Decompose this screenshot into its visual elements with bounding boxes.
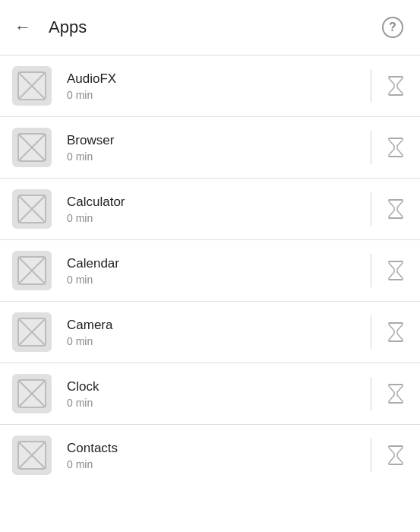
app-time: 0 min bbox=[67, 274, 358, 286]
list-item[interactable]: Browser 0 min bbox=[0, 117, 420, 178]
app-name: Browser bbox=[67, 132, 358, 149]
app-list: AudioFX 0 min Browser 0 min bbox=[0, 55, 420, 486]
app-separator bbox=[371, 192, 371, 226]
hourglass-icon[interactable] bbox=[384, 320, 408, 344]
app-time: 0 min bbox=[67, 150, 358, 163]
app-name: AudioFX bbox=[67, 71, 358, 87]
app-name: Calendar bbox=[67, 255, 358, 272]
back-button[interactable]: ← bbox=[6, 11, 39, 44]
app-separator bbox=[371, 254, 371, 287]
hourglass-icon[interactable] bbox=[384, 74, 408, 98]
hourglass-icon[interactable] bbox=[384, 258, 408, 283]
hourglass-icon[interactable] bbox=[384, 135, 408, 160]
app-info: Calendar 0 min bbox=[52, 255, 358, 286]
app-separator bbox=[371, 69, 371, 103]
app-name: Camera bbox=[67, 317, 358, 334]
app-time: 0 min bbox=[67, 89, 358, 101]
help-icon: ? bbox=[382, 17, 403, 38]
back-arrow-icon: ← bbox=[14, 17, 31, 37]
hourglass-icon[interactable] bbox=[384, 382, 408, 406]
app-icon bbox=[12, 374, 52, 413]
app-name: Contacts bbox=[67, 440, 358, 457]
app-header: ← Apps ? bbox=[0, 0, 420, 55]
header-left: ← Apps bbox=[6, 11, 87, 44]
app-time: 0 min bbox=[67, 458, 358, 470]
app-icon bbox=[12, 312, 52, 352]
app-name: Calculator bbox=[67, 194, 358, 211]
page-title: Apps bbox=[49, 17, 87, 37]
list-item[interactable]: Clock 0 min bbox=[0, 363, 420, 424]
app-time: 0 min bbox=[67, 335, 358, 347]
app-separator bbox=[371, 315, 371, 349]
app-icon bbox=[12, 128, 52, 167]
app-info: Browser 0 min bbox=[52, 132, 358, 163]
app-separator bbox=[371, 439, 371, 472]
app-icon bbox=[12, 251, 52, 290]
hourglass-icon[interactable] bbox=[384, 443, 408, 467]
app-info: Clock 0 min bbox=[52, 378, 358, 409]
app-info: AudioFX 0 min bbox=[52, 71, 358, 101]
app-info: Calculator 0 min bbox=[52, 194, 358, 224]
list-item[interactable]: Calendar 0 min bbox=[0, 240, 420, 301]
app-icon bbox=[12, 189, 52, 229]
app-time: 0 min bbox=[67, 397, 358, 409]
help-button[interactable]: ? bbox=[377, 12, 408, 43]
hourglass-icon[interactable] bbox=[384, 197, 408, 221]
list-item[interactable]: Camera 0 min bbox=[0, 302, 420, 363]
app-info: Camera 0 min bbox=[52, 317, 358, 347]
list-item[interactable]: AudioFX 0 min bbox=[0, 55, 420, 116]
app-info: Contacts 0 min bbox=[52, 440, 358, 470]
app-separator bbox=[371, 131, 371, 164]
list-item[interactable]: Calculator 0 min bbox=[0, 179, 420, 239]
app-icon bbox=[12, 435, 52, 475]
list-item[interactable]: Contacts 0 min bbox=[0, 425, 420, 486]
app-icon bbox=[12, 66, 52, 106]
app-time: 0 min bbox=[67, 212, 358, 224]
app-name: Clock bbox=[67, 378, 358, 395]
app-separator bbox=[371, 377, 371, 410]
